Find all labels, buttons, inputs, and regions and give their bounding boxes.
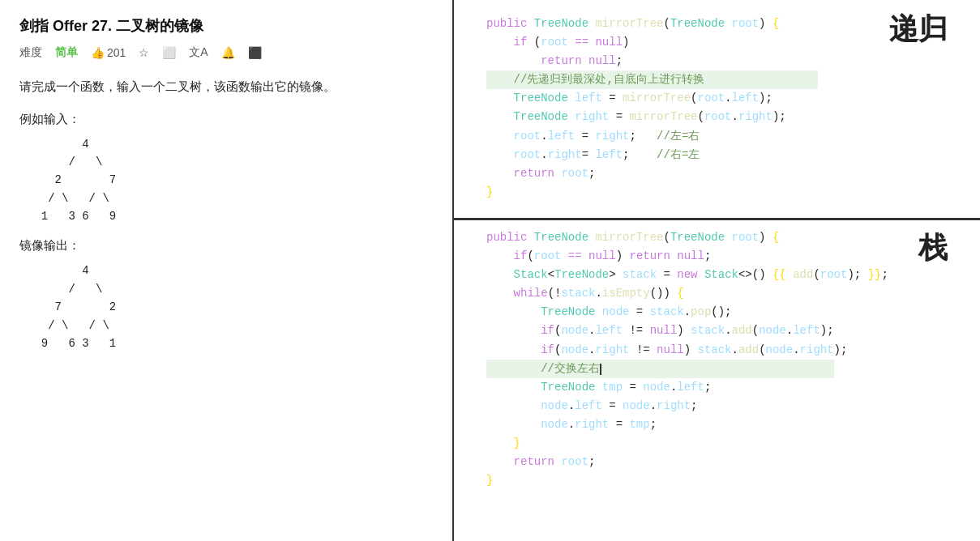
stk-line-12: } [486,434,834,453]
text-cursor [600,364,601,375]
rec-line-1: public TreeNode mirrorTree(TreeNode root… [486,15,818,33]
problem-title: 剑指 Offer 27. 二叉树的镜像 [19,16,433,36]
stk-line-2: if(root == null) return null; [486,247,834,266]
left-panel: 剑指 Offer 27. 二叉树的镜像 难度 简单 👍 201 ☆ ⬜ 文A 🔔… [0,0,454,541]
recursive-label: 递归 [889,5,948,53]
stk-line-7: if(node.right != null) stack.add(node.ri… [486,341,834,360]
thumbs-up-icon: 👍 [91,46,105,59]
stk-line-9: TreeNode tmp = node.left; [486,378,834,397]
rec-line-7: root.left = right; //左=右 [486,127,818,146]
stk-line-10: node.left = node.right; [486,397,834,415]
recursive-section: 递归 public TreeNode mirrorTree(TreeNode r… [454,0,980,210]
stk-line-3: Stack<TreeNode> stack = new Stack<>() {{… [486,266,834,284]
like-count: 201 [107,46,126,59]
expand-button[interactable]: ⬛ [248,46,262,59]
rec-line-10: } [486,183,818,202]
translate-button[interactable]: 文A [189,45,208,60]
out-tree-row-1: 4 [28,262,433,279]
meta-row: 难度 简单 👍 201 ☆ ⬜ 文A 🔔 ⬛ [19,45,433,60]
tree-row-2: / \ [28,153,433,171]
rec-line-9: return root; [486,164,818,183]
rec-line-3: return null; [486,52,818,70]
output-tree-diagram: 4 / \ 7 2 / \ / \ 9 6 3 1 [19,262,433,352]
tree-row-5: 1 3 6 9 [28,207,433,225]
out-tree-row-3: 7 2 [28,298,433,316]
tree-row-4: / \ / \ [28,190,433,207]
out-tree-row-5: 9 6 3 1 [28,334,433,352]
out-tree-row-4: / \ / \ [28,317,433,334]
mirror-label: 镜像输出： [19,238,433,253]
share-button[interactable]: ⬜ [162,46,176,59]
rec-line-8: root.right= left; //右=左 [486,146,818,164]
difficulty-label: 难度 [19,45,42,60]
like-button[interactable]: 👍 201 [91,46,126,59]
stk-line-13: return root; [486,453,834,471]
stk-line-11: node.right = tmp; [486,415,834,434]
expand-icon: ⬛ [248,46,262,59]
stack-section: 栈 public TreeNode mirrorTree(TreeNode ro… [454,220,980,498]
rec-line-4: //先递归到最深处,自底向上进行转换 [486,70,818,89]
stk-line-4: while(!stack.isEmpty()) { [486,284,834,303]
stack-label: 栈 [918,224,948,271]
difficulty-value: 简单 [55,45,78,60]
stk-line-8: //交换左右 [486,360,834,378]
star-icon: ☆ [139,46,149,59]
stk-line-14: } [486,471,834,490]
translate-icon: 文A [189,45,208,60]
input-tree-diagram: 4 / \ 2 7 / \ / \ 1 3 6 9 [19,135,433,226]
tree-row-1: 4 [28,135,433,153]
tree-row-3: 2 7 [28,171,433,189]
rec-line-2: if (root == null) [486,33,818,52]
bell-icon: 🔔 [221,46,235,59]
out-tree-row-2: / \ [28,280,433,298]
right-panel: 递归 public TreeNode mirrorTree(TreeNode r… [454,0,980,541]
stk-line-1: public TreeNode mirrorTree(TreeNode root… [486,228,834,247]
star-button[interactable]: ☆ [139,46,149,59]
stack-code: public TreeNode mirrorTree(TreeNode root… [470,224,964,498]
problem-description: 请完成一个函数，输入一个二叉树，该函数输出它的镜像。 [19,76,433,97]
stk-line-6: if(node.left != null) stack.add(node.lef… [486,322,834,340]
rec-line-5: TreeNode left = mirrorTree(root.left); [486,89,818,108]
stk-line-5: TreeNode node = stack.pop(); [486,303,834,322]
bell-button[interactable]: 🔔 [221,46,235,59]
share-icon: ⬜ [162,46,176,59]
rec-line-6: TreeNode right = mirrorTree(root.right); [486,108,818,126]
example-label: 例如输入： [19,112,433,127]
